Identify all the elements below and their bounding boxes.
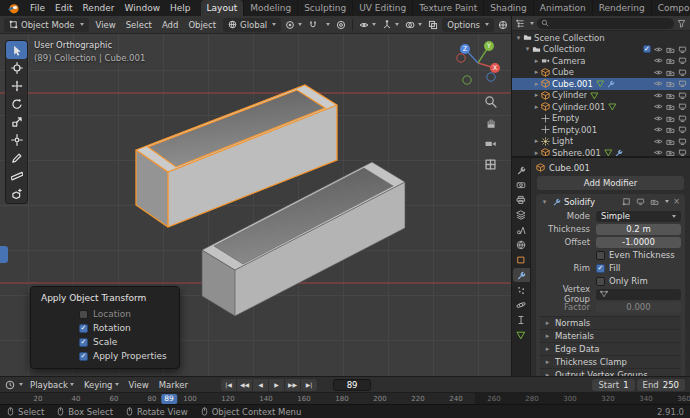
disable-in-renders-toggle[interactable] [666,137,675,146]
timeline-editor-icon[interactable] [5,380,15,390]
menu-edit[interactable]: Edit [50,2,77,14]
disable-in-viewports-toggle[interactable] [678,125,687,134]
hide-in-viewport-toggle[interactable] [654,137,663,146]
show-gizmos-button[interactable] [380,18,401,32]
section-output-vertex-groups[interactable]: ▸Output Vertex Groups [540,368,681,376]
outliner-row-empty[interactable]: Empty [512,113,690,125]
modifier-name[interactable]: Solidify [564,197,595,207]
disclosure-icon[interactable]: ▸ [532,137,541,145]
disable-in-renders-toggle[interactable] [666,79,675,88]
pivot-point-button[interactable] [283,18,304,32]
pan-button[interactable] [483,115,497,129]
properties-tab-world[interactable] [513,238,530,252]
disclosure-icon[interactable]: ▸ [532,57,541,65]
scale-tool-button[interactable] [6,113,27,131]
outliner-row-empty-001[interactable]: Empty.001 [512,124,690,136]
disable-in-viewports-toggle[interactable] [678,56,687,65]
menu-help[interactable]: Help [165,2,196,14]
3d-viewport[interactable]: User Orthographic (89) Collection | Cube… [0,34,511,376]
cursor-tool-button[interactable] [6,59,27,77]
fill-checkbox[interactable] [596,264,605,273]
disable-in-renders-toggle[interactable] [666,148,675,156]
jump-to-next-keyframe-button[interactable]: ▶▶ [285,379,301,391]
popup-option-scale[interactable]: Scale [31,335,179,349]
zoom-button[interactable] [483,94,497,108]
properties-tab-render[interactable] [513,178,530,192]
workspace-tab-compositing[interactable]: Compositing [652,0,690,16]
disable-in-renders-toggle[interactable] [666,68,675,77]
workspace-tab-uv-editing[interactable]: UV Editing [353,0,413,16]
object-visibility-button[interactable] [357,18,378,32]
scale-checkbox[interactable] [79,338,88,347]
add-modifier-button[interactable]: Add Modifier [537,176,684,190]
disable-in-renders-toggle[interactable] [666,125,675,134]
disable-in-viewports-toggle[interactable] [678,114,687,123]
play-reverse-button[interactable]: ◀ [253,379,269,391]
camera-view-button[interactable] [483,136,497,150]
expand-arrow-icon[interactable]: ▾ [540,198,549,206]
popup-option-location[interactable]: Location [31,307,179,321]
popup-option-apply-properties[interactable]: Apply Properties [31,349,179,363]
disable-in-renders-toggle[interactable] [666,102,675,111]
properties-tab-scene[interactable] [513,223,530,237]
disclosure-icon[interactable]: ▸ [532,103,541,111]
play-button[interactable]: ▶ [269,379,285,391]
properties-tab-modifiers[interactable] [513,268,530,282]
snap-toggle-button[interactable] [306,18,320,32]
menu-add[interactable]: Add [157,19,183,31]
outliner-row-light[interactable]: ▸Light [512,136,690,148]
section-materials[interactable]: ▸Materials [540,329,681,342]
workspace-tab-animation[interactable]: Animation [534,0,593,16]
show-overlays-button[interactable] [403,18,424,32]
vertex-group-field[interactable] [596,289,681,300]
disable-in-viewports-toggle[interactable] [678,68,687,77]
display-render-toggle[interactable] [649,197,660,206]
location-checkbox[interactable] [79,310,88,319]
disable-in-renders-toggle[interactable] [666,45,675,54]
properties-tab-view-layer[interactable] [513,208,530,222]
section-edge-data[interactable]: ▸Edge Data [540,342,681,355]
shading-wireframe-button[interactable] [496,18,510,32]
disable-in-viewports-toggle[interactable] [678,148,687,156]
menu-playback[interactable]: Playback [25,379,79,391]
hide-in-viewport-toggle[interactable] [654,91,663,100]
hide-in-viewport-toggle[interactable] [654,125,663,134]
menu-window[interactable]: Window [120,2,166,14]
menu-select[interactable]: Select [121,19,157,31]
filter-icon[interactable] [677,19,686,28]
hide-in-viewport-toggle[interactable] [654,45,663,54]
only-rim-checkbox[interactable] [596,277,605,286]
workspace-tab-shading[interactable]: Shading [484,0,534,16]
outliner-editor-icon[interactable] [516,19,525,28]
mode-selector[interactable]: Object Mode [4,18,89,32]
menu-keying[interactable]: Keying [79,379,124,391]
hide-in-viewport-toggle[interactable] [654,102,663,111]
disable-in-renders-toggle[interactable] [666,91,675,100]
blender-logo-menu[interactable] [3,2,24,15]
outliner-row-cube-001[interactable]: ▸Cube.001 [512,78,690,90]
menu-file[interactable]: File [25,2,50,14]
current-frame-field[interactable]: 89 [333,379,371,391]
breadcrumb-object[interactable]: Cube.001 [549,163,590,173]
workspace-tab-modeling[interactable]: Modeling [244,0,298,16]
factor-field[interactable]: 0.000 [596,302,681,313]
properties-tab-output[interactable] [513,193,530,207]
disable-in-viewports-toggle[interactable] [678,102,687,111]
hide-in-viewport-toggle[interactable] [654,68,663,77]
outliner-row-cube[interactable]: ▸Cube [512,67,690,79]
hide-in-viewport-toggle[interactable] [654,56,663,65]
annotate-tool-button[interactable] [6,149,27,167]
section-thickness-clamp[interactable]: ▸Thickness Clamp [540,355,681,368]
properties-tab-object[interactable] [513,253,530,267]
properties-tab-object-data[interactable] [513,328,530,342]
options-dropdown[interactable]: Options [442,18,494,32]
transform-orientation-selector[interactable]: Global [223,18,281,32]
outliner-row-camera[interactable]: ▸Camera [512,55,690,67]
disable-in-viewports-toggle[interactable] [678,79,687,88]
disable-in-viewports-toggle[interactable] [678,137,687,146]
disable-in-renders-toggle[interactable] [666,56,675,65]
proportional-edit-button[interactable] [334,18,348,32]
disable-in-viewports-toggle[interactable] [678,45,687,54]
section-normals[interactable]: ▸Normals [540,316,681,329]
rotate-tool-button[interactable] [6,95,27,113]
